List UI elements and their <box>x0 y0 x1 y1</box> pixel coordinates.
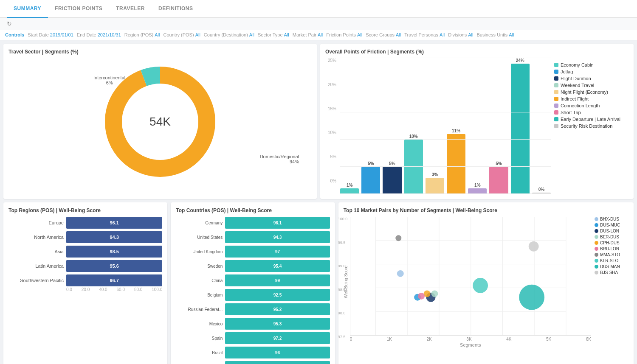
tab-friction-points[interactable]: FRICTION POINTS <box>48 0 109 18</box>
scatter-plot-area: Well-Being Score 100.099.599.098.598.097… <box>344 217 591 347</box>
region-row: Latin America 95.6 <box>8 260 162 272</box>
friction-bar-wrapper: 25%20%15%10%5%0% <box>325 58 629 194</box>
bar-column-economy-cabin: 1% <box>340 58 359 194</box>
business-units-filter[interactable]: Business Units All <box>476 32 514 37</box>
scatter-legend-item-DUS-LON: DUS-LON <box>595 229 629 233</box>
scatter-plot-box: 100.099.599.098.598.097.5 01K2K3K4K5K6K … <box>350 217 591 347</box>
country-row: Belgium 92.5 <box>176 289 330 301</box>
tab-summary[interactable]: SUMMARY <box>7 0 48 18</box>
scatter-plot-region <box>350 217 591 336</box>
scatter-legend-item-CPH-DUS: CPH-DUS <box>595 241 629 245</box>
friction-bar-card: Overall Points of Friction | Segments (%… <box>320 44 634 199</box>
scatter-point-KLR-STO <box>473 278 488 293</box>
bottom-row: Top Regions (POS) | Well-Being Score Eur… <box>3 202 634 364</box>
region-row: North America 94.3 <box>8 231 162 243</box>
countries-chart: Germany 96.1 United States 94.3 United K… <box>176 217 330 364</box>
market-pair-filter[interactable]: Market Pair All <box>293 32 323 37</box>
country-row: Germany 96.1 <box>176 217 330 229</box>
scatter-legend-item-MMA-STO: MMA-STO <box>595 252 629 257</box>
scatter-point-DUS-MAN <box>519 285 544 310</box>
legend-item-early-departure-|-late-arrival: Early Departure | Late Arrival <box>554 117 629 122</box>
country-row: United Kingdom 97 <box>176 246 330 258</box>
tab-definitions[interactable]: DEFINITIONS <box>152 0 200 18</box>
scatter-x-label: Segments <box>350 342 591 347</box>
country-row: United States 94.3 <box>176 231 330 243</box>
friction-legend: Economy CabinJetlagFlight DurationWeeken… <box>554 58 629 194</box>
bar-column-jetlag: 5% <box>361 58 380 194</box>
country-row: Russian Federat... 95.2 <box>176 303 330 315</box>
bar-column-early-departure-|-late-arrival: 24% <box>511 58 530 194</box>
bar-column-indirect-flight: 11% <box>447 58 465 194</box>
scatter-legend-item-BER-DUS: BER-DUS <box>595 235 629 239</box>
scatter-svg <box>350 217 591 335</box>
regions-card: Top Regions (POS) | Well-Being Score Eur… <box>3 202 167 364</box>
donut-center-value: 54K <box>149 115 171 129</box>
legend-item-flight-duration: Flight Duration <box>554 76 629 81</box>
scatter-card: Top 10 Market Pairs by Number of Segment… <box>338 202 634 364</box>
legend-item-indirect-flight: Indirect Flight <box>554 96 629 101</box>
start-date-filter[interactable]: Start Date 2019/01/01 <box>28 32 73 37</box>
bar-column-security-risk-destination: 0% <box>532 58 551 194</box>
countries-card: Top Countries (POS) | Well-Being Score G… <box>171 202 335 364</box>
country-row: Sweden 95.4 <box>176 260 330 272</box>
scatter-legend-item-KLR-STO: KLR-STO <box>595 258 629 263</box>
region-row: Europe 96.1 <box>8 217 162 229</box>
scatter-x-ticks: 01K2K3K4K5K6K <box>350 337 591 342</box>
bar-column-connection-length: 1% <box>468 58 487 194</box>
region-row: Asia 98.5 <box>8 246 162 258</box>
legend-item-weekend-travel: Weekend Travel <box>554 83 629 88</box>
donut-label-domestic: Domestic/Regional 94% <box>260 154 299 164</box>
travel-sector-title: Travel Sector | Segments (%) <box>8 49 312 55</box>
regions-title: Top Regions (POS) | Well-Being Score <box>8 207 162 213</box>
legend-item-short-trip: Short Trip <box>554 110 629 115</box>
top-navigation: SUMMARY FRICTION POINTS TRAVELER DEFINIT… <box>0 0 637 18</box>
scatter-y-ticks: 100.099.599.098.598.097.5 <box>338 217 348 339</box>
region-filter[interactable]: Region (POS) All <box>124 32 160 37</box>
scatter-legend: BHX-DUSDUS-MUCDUS-LONBER-DUSCPH-DUSBRU-L… <box>595 217 629 347</box>
scatter-title: Top 10 Market Pairs by Number of Segment… <box>344 207 629 213</box>
regions-chart: Europe 96.1 North America 94.3 Asia 98.5… <box>8 217 162 286</box>
toolbar: Controls Start Date 2019/01/01 End Date … <box>0 30 637 40</box>
scatter-legend-item-DUS-MUC: DUS-MUC <box>595 223 629 227</box>
controls-button[interactable]: Controls <box>5 32 24 37</box>
legend-item-connection-length: Connection Length <box>554 103 629 108</box>
country-row: Spain 97.2 <box>176 332 330 344</box>
region-row: Southwestern Pacific 96.7 <box>8 274 162 286</box>
bar-area: 1% 5% 5% 10% 3% 11% 1% 5% 24% 0% <box>340 58 551 194</box>
legend-item-security-risk-destination: Security Risk Destination <box>554 123 629 129</box>
bar-column-short-trip: 5% <box>489 58 508 194</box>
friction-bar-title: Overall Points of Friction | Segments (%… <box>325 49 629 55</box>
legend-item-jetlag: Jetlag <box>554 69 629 74</box>
scatter-point-BJS-SHA <box>528 241 538 252</box>
divisions-filter[interactable]: Divisions All <box>448 32 473 37</box>
country-row: Brazil 96 <box>176 347 330 358</box>
legend-item-night-flight-(economy): Night Flight (Economy) <box>554 90 629 95</box>
travel-personas-filter[interactable]: Travel Personas All <box>404 32 445 37</box>
sector-type-filter[interactable]: Sector Type All <box>258 32 289 37</box>
scatter-plot-container: Well-Being Score 100.099.599.098.598.097… <box>344 217 591 347</box>
bar-column-night-flight-(economy): 3% <box>426 58 444 194</box>
scatter-point-BHX-DUS <box>397 270 403 277</box>
end-date-filter[interactable]: End Date 2021/10/31 <box>77 32 121 37</box>
score-groups-filter[interactable]: Score Groups All <box>366 32 401 37</box>
scatter-point-MMA-STO <box>395 235 401 241</box>
country-row: Mexico 95.3 <box>176 318 330 330</box>
country-pos-filter[interactable]: Country (POS) All <box>163 32 200 37</box>
country-dest-filter[interactable]: Country (Destination) All <box>204 32 254 37</box>
scatter-point-BRU-LON <box>418 293 425 300</box>
friction-points-filter[interactable]: Friction Points All <box>326 32 362 37</box>
donut-label-intercontinental: Intercontinental 6% <box>93 75 125 85</box>
bar-column-flight-duration: 5% <box>383 58 401 194</box>
scatter-legend-item-BRU-LON: BRU-LON <box>595 246 629 251</box>
refresh-button[interactable]: ↻ <box>5 20 14 28</box>
scatter-inner: Well-Being Score 100.099.599.098.598.097… <box>344 217 629 347</box>
bar-column-weekend-travel: 10% <box>404 58 423 194</box>
tab-traveler[interactable]: TRAVELER <box>109 0 152 18</box>
travel-sector-card: Travel Sector | Segments (%) 54K Interco… <box>3 44 317 199</box>
scatter-legend-item-BHX-DUS: BHX-DUS <box>595 217 629 221</box>
scatter-legend-item-BJS-SHA: BJS-SHA <box>595 270 629 275</box>
countries-title: Top Countries (POS) | Well-Being Score <box>176 207 330 213</box>
scatter-point-BER-DUS <box>431 290 438 297</box>
legend-item-economy-cabin: Economy Cabin <box>554 62 629 67</box>
regions-axis: 0.020.040.060.080.0100.0 <box>8 287 162 292</box>
